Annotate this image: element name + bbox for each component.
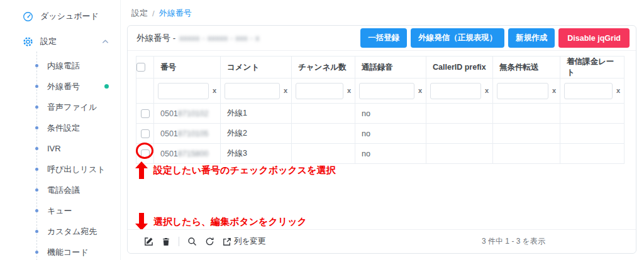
panel-title-text: 外線番号 - bbox=[136, 33, 175, 44]
filter-clear-comment[interactable]: x bbox=[284, 87, 287, 94]
refresh-button[interactable] bbox=[205, 237, 214, 246]
sidebar-item-call-list[interactable]: 呼び出しリスト bbox=[0, 159, 120, 180]
bullet-icon bbox=[35, 64, 38, 67]
bullet-icon bbox=[35, 230, 38, 233]
pager-info: 3 件中 1 - 3 を表示 bbox=[482, 236, 545, 247]
filter-clear-unconditional-forward[interactable]: x bbox=[552, 87, 556, 94]
external-numbers-panel: 外線番号 - xxxxx - xxxxx - xxx - x 一括登録 外線発信… bbox=[127, 25, 636, 254]
filter-input-recording[interactable] bbox=[359, 83, 414, 99]
sidebar-item-conditions[interactable]: 条件設定 bbox=[0, 117, 120, 138]
create-new-button[interactable]: 新規作成 bbox=[508, 28, 555, 48]
filter-clear-billing-rate[interactable]: x bbox=[616, 87, 620, 94]
cell-unconditional-forward bbox=[493, 144, 560, 164]
sidebar-item-feature-code[interactable]: 機能コード bbox=[0, 242, 120, 260]
sidebar-item-ivr[interactable]: IVR bbox=[0, 138, 120, 159]
column-header-number[interactable]: 番号 bbox=[154, 57, 221, 79]
sidebar-item-internal-phone[interactable]: 内線電話 bbox=[0, 55, 120, 76]
column-header-channels[interactable]: チャンネル数 bbox=[292, 57, 355, 79]
annotation-edit-note: 選択したら、編集ボタンをクリック bbox=[135, 213, 307, 230]
sidebar-item-label: 音声ファイル bbox=[47, 102, 97, 113]
filter-clear-recording[interactable]: x bbox=[418, 87, 422, 94]
cell-comment: 外線1 bbox=[221, 104, 292, 124]
numbers-table: 番号 コメント チャンネル数 通話録音 CallerID prefix 無条件転… bbox=[136, 56, 625, 164]
up-arrow-icon bbox=[135, 161, 148, 179]
annotation-circle-checkbox bbox=[136, 143, 153, 159]
sidebar-item-label: 内線電話 bbox=[47, 60, 80, 72]
filter-clear-callerid-prefix[interactable]: x bbox=[485, 87, 489, 94]
filter-input-number[interactable] bbox=[158, 83, 209, 99]
redacted-digits: 8715800 bbox=[178, 149, 209, 158]
change-columns-button[interactable]: 列を変更 bbox=[223, 236, 265, 247]
sidebar-item-label: キュー bbox=[47, 205, 72, 217]
sidebar-item-settings[interactable]: 設定 bbox=[0, 29, 120, 54]
column-header-comment[interactable]: コメント bbox=[221, 57, 292, 79]
panel-actions: 一括登録 外線発信（正規表現） 新規作成 Disable jqGrid bbox=[360, 28, 630, 48]
outbound-regex-button[interactable]: 外線発信（正規表現） bbox=[411, 28, 504, 48]
filter-input-comment[interactable] bbox=[225, 83, 280, 99]
table-row: 05018710105 外線2 no bbox=[136, 124, 625, 144]
cell-comment: 外線3 bbox=[221, 144, 292, 164]
sidebar-item-external-number[interactable]: 外線番号 bbox=[0, 76, 120, 97]
bullet-icon bbox=[35, 188, 38, 192]
breadcrumb-current[interactable]: 外線番号 bbox=[159, 8, 192, 19]
pager-toolbar: 列を変更 bbox=[144, 236, 265, 247]
filter-clear-number[interactable]: x bbox=[213, 87, 216, 94]
search-button[interactable] bbox=[187, 237, 197, 246]
sidebar-item-queue[interactable]: キュー bbox=[0, 200, 120, 221]
sidebar-item-label: 電話会議 bbox=[47, 185, 80, 196]
sidebar-item-label: 呼び出しリスト bbox=[47, 164, 106, 175]
select-all-header-cell bbox=[136, 57, 154, 79]
cell-recording: no bbox=[355, 124, 426, 144]
search-icon bbox=[187, 237, 197, 246]
edit-row-button[interactable] bbox=[144, 237, 153, 246]
delete-row-button[interactable] bbox=[162, 237, 170, 246]
bullet-icon bbox=[35, 106, 38, 109]
sidebar-item-label: ダッシュボード bbox=[40, 11, 99, 22]
table-header-row: 番号 コメント チャンネル数 通話録音 CallerID prefix 無条件転… bbox=[136, 57, 625, 79]
table-row: 05018715800 外線3 no bbox=[136, 144, 625, 164]
main-content: 設定 / 外線番号 外線番号 - xxxxx - xxxxx - xxx - x… bbox=[121, 0, 644, 260]
panel-title: 外線番号 - xxxxx - xxxxx - xxx - x bbox=[136, 33, 260, 44]
sidebar-item-dashboard[interactable]: ダッシュボード bbox=[0, 4, 120, 29]
toolbar-divider bbox=[179, 237, 179, 246]
filter-input-billing-rate[interactable] bbox=[564, 83, 613, 99]
cell-recording: no bbox=[355, 144, 426, 164]
panel-header: 外線番号 - xxxxx - xxxxx - xxx - x 一括登録 外線発信… bbox=[128, 26, 636, 51]
cell-number: 05018710105 bbox=[154, 124, 221, 144]
redacted-trunk-id: xxxxx - xxxxx - xxx - x bbox=[179, 34, 260, 43]
sidebar-item-conference[interactable]: 電話会議 bbox=[0, 180, 120, 200]
cell-channels bbox=[292, 124, 355, 144]
select-all-checkbox[interactable] bbox=[136, 63, 145, 72]
row-1-checkbox[interactable] bbox=[141, 109, 150, 118]
edit-icon bbox=[144, 237, 153, 246]
column-header-unconditional-forward[interactable]: 無条件転送 bbox=[493, 57, 560, 79]
settings-submenu: 内線電話 外線番号 音声ファイル 条件設定 IVR 呼び出しリスト 電話会議 キ… bbox=[0, 55, 120, 260]
bulk-register-button[interactable]: 一括登録 bbox=[360, 28, 407, 48]
sidebar-item-custom-destination[interactable]: カスタム宛先 bbox=[0, 221, 120, 242]
table-filter-row: x x x x x x x bbox=[136, 79, 625, 104]
breadcrumb-parent[interactable]: 設定 bbox=[131, 8, 148, 19]
active-indicator-dot bbox=[104, 84, 109, 89]
grid-container: 番号 コメント チャンネル数 通話録音 CallerID prefix 無条件転… bbox=[128, 51, 636, 164]
chevron-up-icon bbox=[102, 39, 109, 44]
cell-channels bbox=[292, 104, 355, 124]
cell-comment: 外線2 bbox=[221, 124, 292, 144]
annotation-text: 選択したら、編集ボタンをクリック bbox=[153, 216, 307, 228]
filter-input-channels[interactable] bbox=[296, 83, 343, 99]
column-header-callerid-prefix[interactable]: CallerID prefix bbox=[426, 57, 493, 79]
column-header-recording[interactable]: 通話録音 bbox=[355, 57, 426, 79]
filter-input-callerid-prefix[interactable] bbox=[430, 83, 481, 99]
sidebar-item-audio-files[interactable]: 音声ファイル bbox=[0, 97, 120, 117]
grid-pager: 列を変更 3 件中 1 - 3 を表示 bbox=[128, 229, 636, 253]
disable-jqgrid-button[interactable]: Disable jqGrid bbox=[558, 28, 630, 48]
breadcrumb: 設定 / 外線番号 bbox=[127, 5, 636, 21]
cell-unconditional-forward bbox=[493, 104, 560, 124]
bullet-icon bbox=[35, 147, 38, 150]
column-header-billing-rate[interactable]: 着信課金レート bbox=[560, 57, 625, 79]
cell-billing-rate bbox=[560, 124, 625, 144]
filter-clear-channels[interactable]: x bbox=[347, 87, 351, 94]
gear-icon bbox=[23, 36, 33, 47]
filter-input-unconditional-forward[interactable] bbox=[497, 83, 548, 99]
row-2-checkbox[interactable] bbox=[141, 129, 150, 138]
sidebar-item-label: 外線番号 bbox=[47, 81, 80, 92]
